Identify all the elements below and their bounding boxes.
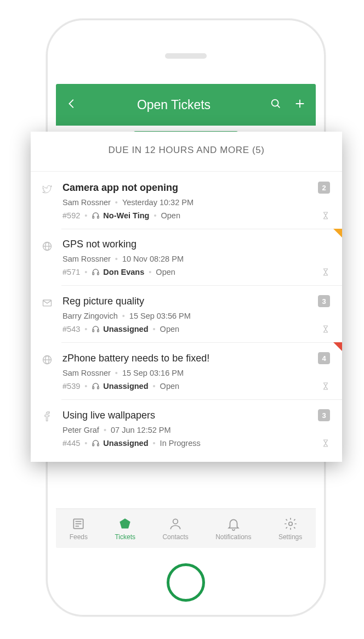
- email-icon: [41, 296, 54, 309]
- ticket-requester: Sam Rossner: [62, 255, 111, 263]
- ticket-requester: Peter Graf: [62, 426, 99, 434]
- svg-point-18: [288, 522, 292, 525]
- ticket-status: Open: [161, 211, 180, 220]
- ticket-timestamp: 15 Sep 03:56 PM: [129, 312, 191, 320]
- headset-icon: [92, 439, 100, 448]
- ticket-id: #592: [62, 211, 80, 220]
- ticket-title: Reg picture quality: [62, 296, 144, 307]
- ticket-status: In Progress: [160, 439, 201, 448]
- ticket-id: #543: [62, 325, 80, 333]
- nav-label: Contacts: [162, 533, 188, 541]
- priority-flag-icon: [333, 229, 342, 237]
- ticket-requester: Barry Zingovich: [62, 312, 118, 320]
- reply-count-badge: 4: [318, 352, 330, 364]
- reply-count-badge: 3: [318, 409, 330, 421]
- ticket-agent: Unassigned: [92, 382, 148, 391]
- ticket-timestamp: Yesterday 10:32 PM: [122, 198, 194, 207]
- hourglass-icon: [321, 382, 330, 391]
- svg-line-1: [277, 105, 280, 108]
- nav-feeds[interactable]: Feeds: [70, 517, 88, 541]
- svg-point-0: [272, 100, 278, 106]
- ticket-list-panel: DUE IN 12 HOURS AND MORE (5) Camera app …: [31, 132, 342, 462]
- ticket-row[interactable]: zPhone battery needs to be fixed! 4 Sam …: [31, 342, 342, 399]
- nav-label: Notifications: [215, 533, 251, 541]
- hourglass-icon: [321, 211, 330, 220]
- nav-label: Settings: [278, 533, 302, 541]
- ticket-agent: Unassigned: [92, 325, 148, 333]
- section-header: DUE IN 12 HOURS AND MORE (5): [31, 132, 342, 172]
- ticket-status: Open: [160, 325, 179, 333]
- twitter-icon: [41, 183, 54, 196]
- headset-icon: [92, 382, 100, 391]
- search-button[interactable]: [270, 98, 282, 112]
- phone-home-button[interactable]: [167, 563, 205, 602]
- page-title: Open Tickets: [137, 98, 211, 112]
- ticket-title: zPhone battery needs to be fixed!: [62, 353, 209, 364]
- priority-flag-icon: [333, 342, 342, 351]
- app-header: Open Tickets: [56, 84, 316, 126]
- ticket-id: #445: [62, 439, 80, 448]
- nav-contacts[interactable]: Contacts: [162, 517, 188, 541]
- web-icon: [41, 240, 54, 253]
- hourglass-icon: [321, 268, 330, 276]
- headset-icon: [92, 212, 100, 220]
- ticket-title: Camera app not opening: [62, 182, 178, 194]
- svg-point-17: [173, 519, 178, 524]
- ticket-id: #539: [62, 382, 80, 391]
- ticket-agent: Don Evans: [92, 268, 144, 276]
- nav-notifications[interactable]: Notifications: [215, 517, 251, 541]
- ticket-status: Open: [160, 382, 179, 391]
- add-button[interactable]: [294, 98, 306, 112]
- headset-icon: [92, 325, 100, 333]
- ticket-id: #571: [62, 268, 80, 276]
- ticket-timestamp: 10 Nov 08:28 PM: [122, 255, 184, 263]
- ticket-requester: Sam Rossner: [62, 198, 111, 207]
- hourglass-icon: [321, 439, 330, 448]
- nav-tickets[interactable]: Tickets: [115, 517, 135, 541]
- ticket-title: GPS not working: [62, 239, 136, 250]
- facebook-icon: [41, 410, 54, 423]
- hourglass-icon: [321, 325, 330, 333]
- reply-count-badge: 2: [318, 182, 330, 194]
- web-icon: [41, 353, 54, 366]
- back-button[interactable]: [66, 98, 78, 112]
- ticket-timestamp: 07 Jun 12:52 PM: [111, 426, 171, 434]
- headset-icon: [92, 268, 100, 276]
- phone-speaker: [165, 53, 207, 59]
- ticket-agent: Unassigned: [92, 439, 148, 448]
- ticket-row[interactable]: Using live wallpapers 3 Peter Graf • 07 …: [31, 399, 342, 456]
- ticket-timestamp: 15 Sep 03:16 PM: [122, 369, 184, 377]
- ticket-requester: Sam Rossner: [62, 369, 111, 377]
- bottom-nav: Feeds Tickets Contacts Notifications Set…: [56, 508, 316, 548]
- ticket-status: Open: [156, 268, 175, 276]
- nav-label: Feeds: [70, 533, 88, 541]
- ticket-row[interactable]: Reg picture quality 3 Barry Zingovich • …: [31, 285, 342, 342]
- nav-settings[interactable]: Settings: [278, 517, 302, 541]
- nav-label: Tickets: [115, 533, 135, 541]
- ticket-title: Using live wallpapers: [62, 410, 155, 421]
- ticket-row[interactable]: Camera app not opening 2 Sam Rossner • Y…: [31, 172, 342, 229]
- reply-count-badge: 3: [318, 295, 330, 307]
- ticket-agent: No-Wei Ting: [92, 211, 149, 220]
- ticket-row[interactable]: GPS not working Sam Rossner • 10 Nov 08:…: [31, 229, 342, 285]
